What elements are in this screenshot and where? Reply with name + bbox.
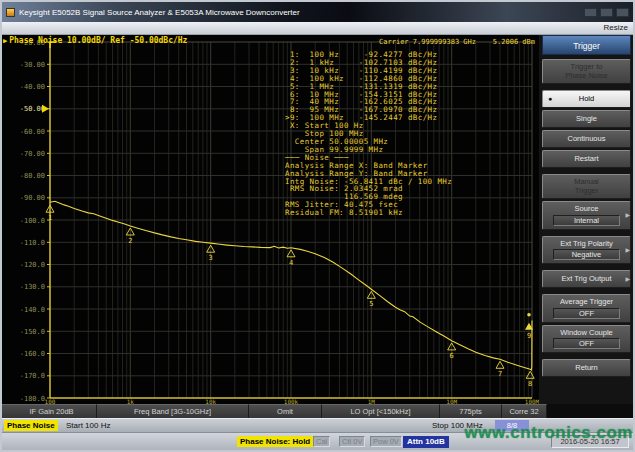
softkey-label: Average Trigger — [549, 298, 624, 307]
softkey-label: Trigger toPhase Noise — [549, 63, 624, 80]
status-toolbar: IF Gain 20dB Freq Band [3G-10GHz] Omit L… — [2, 404, 633, 418]
points-status: 775pts — [440, 404, 502, 418]
softkey-label: Ext Trig Output — [549, 275, 624, 284]
softkey-label: Continuous — [549, 135, 624, 144]
svg-text:7: 7 — [498, 370, 502, 378]
softkey-label: Restart — [549, 155, 624, 164]
svg-text:10M: 10M — [446, 398, 457, 404]
segment-badge: 8/8 — [495, 420, 529, 431]
softkey-value: Internal — [553, 215, 620, 226]
svg-text:4: 4 — [289, 259, 293, 267]
softkey-continuous[interactable]: Continuous — [542, 130, 631, 148]
resize-bar[interactable]: Resize — [2, 22, 633, 35]
svg-text:1: 1 — [48, 214, 52, 222]
softkey-trigger-to-phase-noise: Trigger toPhase Noise — [542, 59, 631, 84]
svg-text:-180.0: -180.0 — [20, 395, 45, 403]
trace-status-bar: Phase Noise Start 100 Hz Stop 100 MHz 8/… — [2, 418, 633, 432]
svg-text:-140.0: -140.0 — [20, 306, 45, 314]
instrument-status-bar: Phase Noise: Hold Cal Ctl 0V Pow 0V Attn… — [2, 432, 633, 450]
stop-freq-readout: Stop 100 MHz — [432, 420, 483, 432]
start-freq-readout: Start 100 Hz — [66, 420, 110, 432]
marker-table: 1: 100 Hz -92.4277 dBc/Hz 2: 1 kHz -102.… — [285, 51, 452, 217]
window-titlebar[interactable]: Keysight E5052B Signal Source Analyzer &… — [2, 2, 633, 22]
mode-chip[interactable]: Phase Noise — [4, 420, 58, 431]
svg-text:-70.00: -70.00 — [20, 150, 45, 158]
svg-text:-40.00: -40.00 — [20, 83, 45, 91]
window-title: Keysight E5052B Signal Source Analyzer &… — [19, 8, 300, 17]
svg-text:-60.00: -60.00 — [20, 128, 45, 136]
analyzer-screen: -20.00-30.00-40.00-50.00-60.00-70.00-80.… — [2, 35, 633, 404]
softkey-ext-trig-output[interactable]: Ext Trig Output▶ — [542, 270, 631, 288]
app-icon — [6, 8, 15, 17]
measurement-status: Phase Noise: Hold — [237, 436, 313, 447]
trace-scale-label: Phase Noise 10.00dB/ Ref -50.00dBc/Hz — [9, 36, 187, 45]
svg-text:-120.0: -120.0 — [20, 261, 45, 269]
svg-text:-160.0: -160.0 — [20, 350, 45, 358]
minimize-icon[interactable] — [584, 8, 597, 17]
svg-text:-150.0: -150.0 — [20, 328, 45, 336]
freq-band-status: Freq Band [3G-10GHz] — [97, 404, 249, 418]
softkey-value: OFF — [553, 338, 620, 349]
softkey-label: Return — [549, 364, 624, 373]
svg-text:10k: 10k — [205, 398, 216, 404]
cal-indicator: Cal — [313, 436, 330, 447]
correlation-status: Corre 32 — [502, 404, 547, 418]
svg-text:-170.0: -170.0 — [20, 372, 45, 380]
menu-title: Trigger — [542, 35, 631, 55]
softkey-label: Hold — [549, 95, 624, 104]
softkey-return[interactable]: Return — [542, 359, 631, 377]
svg-text:3: 3 — [209, 254, 213, 262]
svg-text:2: 2 — [128, 237, 132, 245]
close-icon[interactable] — [616, 8, 629, 17]
submenu-arrow-icon: ▶ — [625, 246, 630, 255]
attenuator-badge: Attn 10dB — [403, 436, 449, 448]
svg-text:-130.0: -130.0 — [20, 283, 45, 291]
carrier-readout: Carrier 7.999999383 GHz 5.2006 dBm — [302, 38, 535, 46]
svg-text:8: 8 — [528, 380, 532, 388]
phase-noise-chart: -20.00-30.00-40.00-50.00-60.00-70.00-80.… — [2, 35, 539, 404]
softkey-label: Window Couple — [549, 329, 624, 338]
svg-text:-110.0: -110.0 — [20, 239, 45, 247]
svg-text:-80.00: -80.00 — [20, 172, 45, 180]
submenu-arrow-icon: ▶ — [625, 211, 630, 220]
softkey-ext-trig-polarity[interactable]: Ext Trig PolarityNegative▶ — [542, 236, 631, 265]
pow-voltage-indicator: Pow 0V — [370, 436, 402, 447]
svg-text:9: 9 — [527, 332, 531, 340]
lo-opt-status: LO Opt [<150kHz] — [322, 404, 440, 418]
datetime-display: 2016-05-20 16:57 — [551, 435, 629, 448]
softkey-label: ManualTrigger — [549, 178, 624, 195]
svg-text:1M: 1M — [368, 398, 376, 404]
softkey-label: Ext Trig Polarity — [549, 240, 624, 249]
svg-text:-90.00: -90.00 — [20, 194, 45, 202]
softkey-source[interactable]: SourceInternal▶ — [542, 201, 631, 230]
app-window: Keysight E5052B Signal Source Analyzer &… — [0, 0, 635, 452]
maximize-icon[interactable] — [600, 8, 613, 17]
trace-arrow-icon: ▶ — [3, 37, 7, 45]
svg-text:5: 5 — [369, 300, 373, 308]
svg-text:100M: 100M — [525, 398, 539, 404]
softkey-average-trigger[interactable]: Average TriggerOFF — [542, 294, 631, 323]
ctl-voltage-indicator: Ctl 0V — [339, 436, 365, 447]
svg-text:6: 6 — [450, 352, 454, 360]
softkey-manual-trigger: ManualTrigger — [542, 174, 631, 199]
softkey-restart[interactable]: Restart — [542, 150, 631, 168]
trace-header: ▶Phase Noise 10.00dB/ Ref -50.00dBc/Hz — [3, 36, 187, 45]
svg-text:1k: 1k — [127, 398, 135, 404]
softkey-value: OFF — [553, 308, 620, 319]
softkey-single[interactable]: Single — [542, 110, 631, 128]
svg-text:-100.0: -100.0 — [20, 217, 45, 225]
softkey-value: Negative — [553, 249, 620, 260]
softkey-label: Source — [549, 205, 624, 214]
svg-text:100: 100 — [45, 398, 56, 404]
omit-status: Omit — [249, 404, 322, 418]
svg-text:-30.00: -30.00 — [20, 61, 45, 69]
svg-text:-50.00: -50.00 — [20, 105, 45, 113]
resize-label[interactable]: Resize — [604, 23, 628, 32]
svg-text:100k: 100k — [284, 398, 299, 404]
window-controls — [584, 8, 629, 17]
submenu-arrow-icon: ▶ — [625, 275, 630, 284]
softkey-window-couple[interactable]: Window CoupleOFF — [542, 325, 631, 354]
trigger-menu: Trigger Trigger toPhase Noise●HoldSingle… — [539, 35, 633, 404]
softkey-label: Single — [549, 115, 624, 124]
softkey-hold[interactable]: ●Hold — [542, 90, 631, 108]
